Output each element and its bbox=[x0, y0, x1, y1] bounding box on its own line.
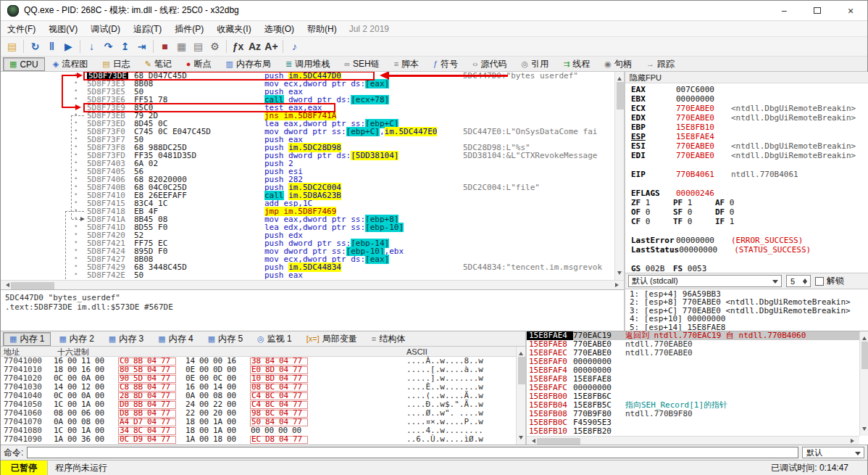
tab-dump4[interactable]: ▦内存 4 bbox=[151, 332, 199, 346]
flag-of[interactable]: OF 0 bbox=[631, 207, 673, 217]
tab-handles[interactable]: ◉句柄 bbox=[598, 57, 638, 71]
scrollbar-thumb[interactable] bbox=[617, 82, 624, 110]
flag-df[interactable]: DF 0 bbox=[715, 207, 757, 217]
minimize-button[interactable]: − bbox=[767, 1, 801, 20]
disasm-row[interactable]: •5D8F742E50push eax bbox=[1, 271, 614, 279]
tab-watch1[interactable]: ◎监视 1 bbox=[251, 332, 299, 346]
preferences-fx-icon[interactable]: ƒx bbox=[230, 38, 246, 54]
tab-notes[interactable]: ✎笔记 bbox=[138, 57, 178, 71]
memory-dump-panel[interactable]: 地址 十六进制 ASCII 7704100016001100C08B047714… bbox=[1, 347, 525, 445]
record-trace-icon[interactable]: ■ bbox=[157, 38, 173, 54]
scroll-up-icon[interactable] bbox=[617, 75, 622, 80]
scroll-down-icon[interactable] bbox=[617, 271, 622, 277]
argument-row[interactable]: 4: [esp+10] 00000000 bbox=[625, 315, 868, 323]
scrollbar-thumb[interactable] bbox=[11, 282, 54, 289]
pause-icon[interactable]: ‖ bbox=[43, 38, 60, 54]
register-row-laststatus[interactable]: LastStatus00000000(STATUS_SUCCESS) bbox=[625, 245, 868, 255]
register-row-edx[interactable]: EDX770EABE0<ntdll.DbgUiRemoteBreakin> bbox=[625, 113, 868, 123]
scroll-down-icon[interactable] bbox=[862, 427, 867, 433]
scroll-right-icon[interactable] bbox=[851, 439, 856, 443]
command-profile-select[interactable]: 默认 bbox=[802, 447, 864, 458]
tab-cpu[interactable]: ▦CPU bbox=[3, 57, 45, 71]
scrollbar-thumb[interactable] bbox=[518, 357, 525, 384]
scrollbar-thumb[interactable] bbox=[861, 342, 868, 369]
argument-count-stepper[interactable]: 5 bbox=[786, 275, 811, 287]
flag-tf[interactable]: TF 0 bbox=[673, 217, 715, 226]
step-into-icon[interactable]: ↓ bbox=[83, 38, 100, 54]
tab-locals[interactable]: [x=]局部变量 bbox=[300, 332, 364, 346]
tab-dump3[interactable]: ▦内存 3 bbox=[102, 332, 150, 346]
tab-dump2[interactable]: ▦内存 2 bbox=[52, 332, 100, 346]
run-to-user-code-icon[interactable]: ⇥ bbox=[133, 38, 150, 54]
register-row-edi[interactable]: EDI770EABE0<ntdll.DbgUiRemoteBreakin> bbox=[625, 151, 868, 160]
registers-panel[interactable]: 隐藏FPU EAX007C6000EBX00000000ECX770EABE0<… bbox=[625, 72, 868, 273]
register-row-eax[interactable]: EAX007C6000 bbox=[625, 85, 868, 94]
disassembly-vscrollbar[interactable] bbox=[614, 72, 624, 280]
flag-cf[interactable]: CF 0 bbox=[631, 217, 673, 226]
tab-dump5[interactable]: ▦内存 5 bbox=[201, 332, 249, 346]
stack-hscrollbar[interactable] bbox=[527, 436, 859, 445]
scrollbar-thumb[interactable] bbox=[537, 438, 580, 445]
flag-fs[interactable]: FS 0053 bbox=[673, 264, 715, 273]
menu-debug[interactable]: 调试(D) bbox=[84, 21, 127, 37]
restart-icon[interactable]: ↻ bbox=[27, 38, 43, 54]
menu-options[interactable]: 选项(O) bbox=[258, 21, 301, 37]
close-button[interactable]: × bbox=[834, 1, 867, 20]
step-over-icon[interactable]: ↷ bbox=[100, 38, 117, 54]
disassembly-hscrollbar[interactable] bbox=[1, 280, 624, 289]
tab-graph[interactable]: ◈流程图 bbox=[46, 57, 94, 71]
tab-references[interactable]: ◎引用 bbox=[515, 57, 556, 71]
calling-convention-select[interactable]: 默认 (stdcall) bbox=[628, 275, 782, 287]
register-row-ebx[interactable]: EBX00000000 bbox=[625, 94, 868, 104]
scroll-up-icon[interactable] bbox=[519, 350, 523, 355]
tab-breakpoints[interactable]: ●断点 bbox=[180, 57, 218, 71]
register-row-ecx[interactable]: ECX770EABE0<ntdll.DbgUiRemoteBreakin> bbox=[625, 104, 868, 113]
stack-row[interactable]: 15E8FB1015E8FB20 bbox=[527, 427, 868, 436]
flag-sf[interactable]: SF 0 bbox=[673, 207, 715, 217]
tab-call-stack[interactable]: ≣调用堆栈 bbox=[279, 57, 336, 71]
dump-row[interactable]: 770410901A0036000CD904771A001800ECD80477… bbox=[1, 435, 525, 444]
scroll-left-icon[interactable] bbox=[4, 283, 9, 287]
flag-af[interactable]: AF 0 bbox=[715, 198, 757, 207]
scroll-up-icon[interactable] bbox=[862, 334, 867, 340]
tab-struct[interactable]: ≡结构体 bbox=[365, 332, 412, 346]
scroll-left-icon[interactable] bbox=[530, 439, 535, 443]
register-row[interactable]: GS 002BFS 0053 bbox=[625, 264, 868, 273]
scroll-right-icon[interactable] bbox=[615, 283, 621, 287]
menu-plugins[interactable]: 插件(P) bbox=[168, 21, 210, 37]
register-row-eflags[interactable]: EFLAGS00000246 bbox=[625, 189, 868, 198]
tab-seh-chain[interactable]: ∞SEH链 bbox=[338, 57, 386, 71]
appearance-font-icon[interactable]: Az bbox=[246, 38, 263, 54]
tab-log[interactable]: ▤日志 bbox=[96, 57, 136, 71]
log-window-icon[interactable]: ▤ bbox=[190, 38, 206, 54]
maximize-button[interactable] bbox=[801, 1, 834, 20]
flag-zf[interactable]: ZF 1 bbox=[631, 198, 673, 207]
menu-help[interactable]: 帮助(H) bbox=[301, 21, 343, 37]
unlock-checkbox[interactable]: 解锁 bbox=[815, 275, 844, 287]
trace-coverage-icon[interactable]: ▦ bbox=[173, 38, 190, 54]
hide-fpu-button[interactable]: 隐藏FPU bbox=[625, 72, 868, 83]
settings-icon[interactable]: ⚙ bbox=[206, 38, 223, 54]
tab-threads[interactable]: ⇉线程 bbox=[556, 57, 596, 71]
register-row-esi[interactable]: ESI770EABE0<ntdll.DbgUiRemoteBreakin> bbox=[625, 141, 868, 151]
register-row[interactable]: CF 0TF 0IF 1 bbox=[625, 217, 868, 226]
sound-notification-icon[interactable]: ♪ bbox=[286, 38, 303, 54]
register-row[interactable]: ZF 1PF 1AF 0 bbox=[625, 198, 868, 207]
flag-if[interactable]: IF 1 bbox=[715, 217, 757, 226]
tab-symbols[interactable]: ƒ符号 bbox=[427, 57, 464, 71]
flag-gs[interactable]: GS 002B bbox=[631, 264, 673, 273]
text-size-icon[interactable]: A+ bbox=[263, 38, 280, 54]
register-row-eip[interactable]: EIP770B4061ntdll.770B4061 bbox=[625, 170, 868, 179]
register-row[interactable]: OF 0SF 0DF 0 bbox=[625, 207, 868, 217]
register-row-ebp[interactable]: EBP15E8FB10 bbox=[625, 123, 868, 132]
scroll-down-icon[interactable] bbox=[519, 436, 523, 442]
arguments-panel[interactable]: 1: [esp+4] 96A59BB32: [esp+8] 770EABE0 <… bbox=[625, 289, 868, 331]
tab-trace-view[interactable]: →跟踪 bbox=[640, 57, 681, 71]
execute-till-return-icon[interactable]: ↥ bbox=[117, 38, 133, 54]
tab-source[interactable]: ‹›源代码 bbox=[466, 57, 513, 71]
menu-favourites[interactable]: 收藏夹(I) bbox=[210, 21, 257, 37]
argument-row[interactable]: 5: [esp+14] 15E8FAE8 bbox=[625, 323, 868, 331]
register-row-lasterror[interactable]: LastError00000000(ERROR_SUCCESS) bbox=[625, 236, 868, 245]
tab-memory-map[interactable]: ▥内存布局 bbox=[220, 57, 277, 71]
dump-vscrollbar[interactable] bbox=[516, 347, 525, 445]
